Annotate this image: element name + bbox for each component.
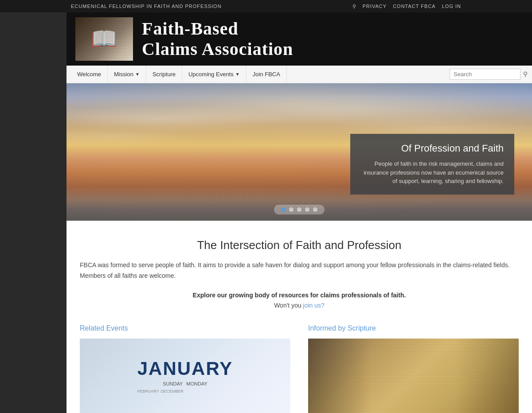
join-link[interactable]: join us? [303, 302, 325, 309]
carousel-dot-1[interactable] [281, 207, 286, 212]
calendar-day-labels: SUNDAY MONDAY [137, 381, 233, 386]
nav-upcoming-events[interactable]: Upcoming Events ▼ [182, 66, 246, 83]
logo-image [75, 17, 133, 61]
main-content: The Intersection of Faith and Profession… [66, 221, 532, 413]
hero-caption-box: Of Profession and Faith People of faith … [350, 134, 514, 195]
calendar-content: JANUARY SUNDAY MONDAY FEBRUARY DECEMBER [137, 358, 233, 394]
login-link[interactable]: Log In [442, 4, 461, 9]
related-events-heading: Related Events [80, 324, 290, 332]
bottom-columns: Related Events JANUARY SUNDAY MONDAY FEB… [80, 324, 519, 413]
header-title: Faith-Based Claims Association [142, 19, 293, 59]
site-nav: Welcome Mission ▼ Scripture Upcoming Eve… [66, 66, 532, 83]
calendar-months: FEBRUARY DECEMBER [137, 389, 233, 394]
privacy-link[interactable]: Privacy [363, 4, 387, 9]
scripture-heading: Informed by Scripture [308, 324, 519, 332]
nav-links: Welcome Mission ▼ Scripture Upcoming Eve… [71, 66, 450, 83]
hero-dots [274, 205, 325, 214]
site-title: Faith-Based Claims Association [142, 19, 293, 59]
nav-welcome[interactable]: Welcome [71, 66, 108, 83]
body-text: FBCA was formed to serve people of faith… [80, 260, 519, 281]
chevron-down-icon: ▼ [135, 72, 140, 77]
contact-link[interactable]: Contact FBCA [393, 4, 436, 9]
scripture-column: Informed by Scripture [308, 324, 519, 413]
cta-text: Explore our growing body of resources fo… [80, 290, 519, 312]
carousel-dot-4[interactable] [305, 207, 309, 212]
bible-image [308, 339, 519, 413]
search-icon[interactable]: ⚲ [352, 4, 356, 9]
calendar-month: JANUARY [137, 358, 233, 379]
hero-caption-body: People of faith in the risk management, … [361, 160, 504, 186]
nav-join-fbca[interactable]: Join FBCA [246, 66, 287, 83]
nav-scripture[interactable]: Scripture [146, 66, 182, 83]
top-bar-links: ⚲ Privacy Contact FBCA Log In [352, 4, 461, 9]
carousel-dot-3[interactable] [297, 207, 301, 212]
top-bar: Ecumenical Fellowship in Faith and Profe… [0, 0, 532, 12]
carousel-dot-2[interactable] [289, 207, 293, 212]
nav-mission[interactable]: Mission ▼ [108, 66, 146, 83]
hero-banner: Of Profession and Faith People of faith … [66, 83, 532, 221]
chevron-down-icon: ▼ [235, 72, 240, 77]
nav-search: ⚲ [450, 69, 532, 80]
site-wrapper: Faith-Based Claims Association Welcome M… [66, 12, 532, 413]
related-events-column: Related Events JANUARY SUNDAY MONDAY FEB… [80, 324, 290, 413]
site-header: Faith-Based Claims Association [66, 12, 532, 66]
carousel-dot-5[interactable] [313, 207, 317, 212]
search-input[interactable] [450, 69, 520, 80]
hero-caption-title: Of Profession and Faith [361, 143, 504, 154]
section-title: The Intersection of Faith and Profession [80, 238, 519, 252]
search-icon[interactable]: ⚲ [523, 70, 528, 78]
calendar-image: JANUARY SUNDAY MONDAY FEBRUARY DECEMBER [80, 339, 290, 413]
main-intro: The Intersection of Faith and Profession… [80, 238, 519, 311]
tagline: Ecumenical Fellowship in Faith and Profe… [71, 4, 222, 9]
